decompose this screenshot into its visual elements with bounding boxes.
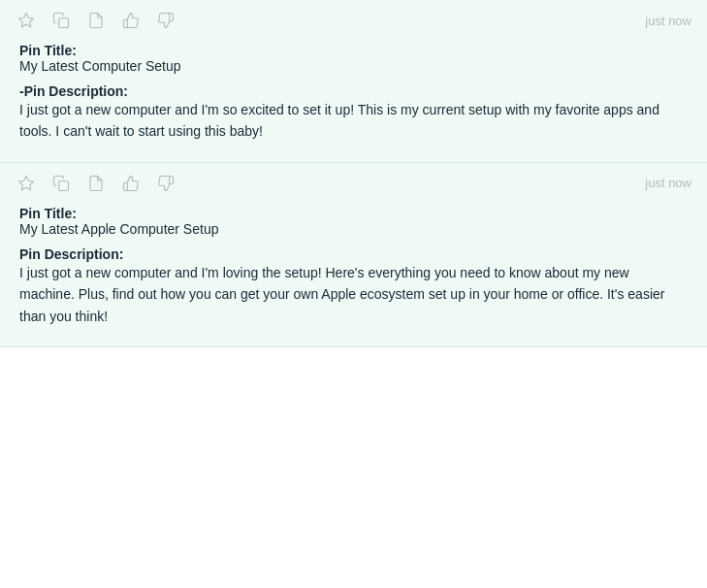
svg-rect-1 [59,18,69,28]
star-button[interactable] [16,10,37,31]
card-2: just now Pin Title: My Latest Apple Comp… [0,163,707,347]
card-content: Pin Title: My Latest Computer Setup -Pin… [16,43,691,143]
pin-title-value: My Latest Computer Setup [19,58,688,74]
star-button[interactable] [16,173,37,194]
svg-marker-2 [19,176,34,189]
card-1: just now Pin Title: My Latest Computer S… [0,0,707,163]
copy-button[interactable] [50,173,72,194]
card-toolbar: just now [16,173,691,194]
pin-title-label: Pin Title: [19,43,688,58]
thumbdown-button[interactable] [155,10,177,31]
pin-description-value: I just got a new computer and I'm so exc… [19,99,688,143]
svg-rect-3 [59,181,69,191]
thumbdown-button[interactable] [155,173,177,194]
pin-title-label: Pin Title: [19,206,688,221]
copy-button[interactable] [50,10,72,31]
thumbup-button[interactable] [120,173,142,194]
document-button[interactable] [85,173,107,194]
timestamp: just now [645,14,691,28]
svg-marker-0 [19,14,34,27]
toolbar-icons [16,173,177,194]
pin-title-value: My Latest Apple Computer Setup [19,221,688,237]
card-content: Pin Title: My Latest Apple Computer Setu… [16,206,691,327]
pin-description-label: Pin Description: [19,246,688,262]
card-toolbar: just now [16,10,691,31]
toolbar-icons [16,10,177,31]
pin-description-label: -Pin Description: [19,83,688,99]
timestamp: just now [645,176,691,190]
thumbup-button[interactable] [120,10,142,31]
pin-description-value: I just got a new computer and I'm loving… [19,262,688,327]
document-button[interactable] [85,10,107,31]
